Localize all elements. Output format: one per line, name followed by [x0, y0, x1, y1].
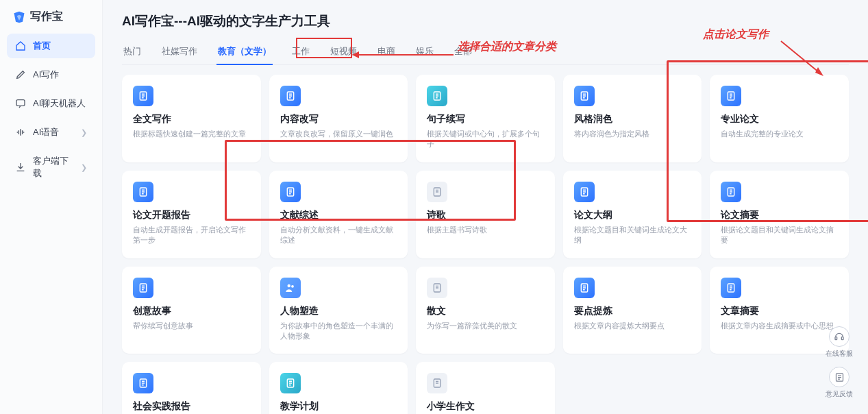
card-desc: 根据关键词或中心句，扩展多个句子 — [427, 129, 544, 150]
tab-4[interactable]: 短视频 — [329, 40, 358, 64]
card-icon — [721, 182, 741, 202]
card-icon — [427, 86, 447, 106]
tab-2[interactable]: 教育（文学） — [216, 40, 273, 64]
template-grid: 全文写作根据标题快速创建一篇完整的文章内容改写文章改良改写，保留原义一键润色句子… — [122, 75, 849, 414]
pen-icon — [15, 69, 26, 80]
card-icon — [427, 373, 447, 393]
card-title: 句子续写 — [427, 113, 544, 125]
tab-5[interactable]: 电商 — [376, 40, 397, 64]
card-desc: 为你写一篇辞藻优美的散文 — [427, 321, 544, 331]
card-icon — [280, 373, 301, 393]
card-desc: 自动生成开题报告，开启论文写作第一步 — [133, 225, 250, 246]
template-card[interactable]: 社会实践报告根据实践内容生成一篇实践报告 — [122, 362, 261, 414]
nav-item-voice[interactable]: AI语音❯ — [7, 120, 95, 145]
tab-3[interactable]: 工作 — [290, 40, 311, 64]
nav: 首页AI写作AI聊天机器人AI语音❯客户端下载❯ — [7, 34, 95, 186]
card-title: 论文开题报告 — [133, 209, 250, 221]
card-title: 教学计划 — [280, 400, 397, 413]
template-card[interactable]: 全文写作根据标题快速创建一篇完整的文章 — [122, 75, 261, 162]
card-title: 专业论文 — [721, 113, 838, 125]
card-icon — [427, 182, 447, 202]
headset-icon — [829, 326, 850, 347]
template-card[interactable]: 教学计划根据课程内容快速生成千字教案 — [269, 362, 408, 414]
svg-rect-0 — [16, 100, 25, 106]
main: AI写作宝---AI驱动的文字生产力工具 热门社媒写作教育（文学）工作短视频电商… — [103, 0, 868, 414]
card-desc: 根据文章内容提炼大纲要点 — [574, 321, 691, 331]
card-icon — [721, 278, 741, 298]
card-title: 创意故事 — [133, 305, 250, 317]
nav-item-label: 首页 — [33, 40, 51, 52]
category-tabs: 热门社媒写作教育（文学）工作短视频电商娱乐全部 — [122, 40, 849, 65]
card-icon — [574, 182, 595, 202]
card-title: 社会实践报告 — [133, 400, 250, 413]
template-card[interactable]: 论文开题报告自动生成开题报告，开启论文写作第一步 — [122, 171, 261, 258]
card-desc: 为你故事中的角色塑造一个丰满的人物形象 — [280, 321, 397, 342]
card-title: 内容改写 — [280, 113, 397, 125]
card-icon — [280, 86, 301, 106]
card-title: 全文写作 — [133, 113, 250, 125]
card-title: 要点提炼 — [574, 305, 691, 317]
chevron-right-icon: ❯ — [81, 128, 87, 137]
template-card[interactable]: 文献综述自动分析文献资料，一键生成文献综述 — [269, 171, 408, 258]
template-card[interactable]: 创意故事帮你续写创意故事 — [122, 267, 261, 354]
chat-icon — [15, 98, 26, 109]
nav-item-home[interactable]: 首页 — [7, 34, 95, 58]
template-card[interactable]: 风格润色将内容润色为指定风格 — [563, 75, 702, 162]
nav-item-pen[interactable]: AI写作 — [7, 62, 95, 87]
logo-text: 写作宝 — [30, 10, 63, 24]
card-desc: 根据论文题目和关键词生成论文摘要 — [721, 225, 838, 246]
voice-icon — [15, 127, 26, 138]
tab-6[interactable]: 娱乐 — [414, 40, 435, 64]
home-icon — [15, 40, 26, 51]
template-card[interactable]: 人物塑造为你故事中的角色塑造一个丰满的人物形象 — [269, 267, 408, 354]
card-title: 诗歌 — [427, 209, 544, 221]
card-title: 文献综述 — [280, 209, 397, 221]
page-title: AI写作宝---AI驱动的文字生产力工具 — [122, 12, 849, 30]
chevron-right-icon: ❯ — [81, 163, 87, 172]
feedback-button[interactable]: 意见反馈 — [826, 367, 853, 399]
card-desc: 根据文章内容生成摘要或中心思想 — [721, 321, 838, 331]
svg-point-16 — [287, 284, 290, 287]
template-card[interactable]: 句子续写根据关键词或中心句，扩展多个句子 — [416, 75, 555, 162]
card-title: 散文 — [427, 305, 544, 317]
online-service-button[interactable]: 在线客服 — [826, 326, 853, 358]
card-icon — [574, 86, 595, 106]
tab-0[interactable]: 热门 — [122, 40, 142, 64]
nav-item-label: AI语音 — [33, 126, 59, 138]
nav-item-label: 客户端下载 — [33, 155, 74, 180]
card-icon — [574, 278, 595, 298]
card-icon — [133, 278, 153, 298]
card-title: 小学生作文 — [427, 400, 544, 413]
template-card[interactable]: 论文大纲根据论文题目和关键词生成论文大纲 — [563, 171, 702, 258]
tab-7[interactable]: 全部 — [453, 40, 473, 64]
card-title: 论文摘要 — [721, 209, 838, 221]
card-title: 风格润色 — [574, 113, 691, 125]
feedback-icon — [829, 367, 850, 387]
card-desc: 根据主题书写诗歌 — [427, 225, 544, 235]
logo: 写作宝 — [7, 10, 95, 34]
svg-rect-25 — [841, 337, 843, 340]
template-card[interactable]: 要点提炼根据文章内容提炼大纲要点 — [563, 267, 702, 354]
card-desc: 根据论文题目和关键词生成论文大纲 — [574, 225, 691, 246]
nav-item-chat[interactable]: AI聊天机器人 — [7, 91, 95, 116]
template-card[interactable]: 专业论文自动生成完整的专业论文 — [710, 75, 849, 162]
card-title: 文章摘要 — [721, 305, 838, 317]
template-card[interactable]: 散文为你写一篇辞藻优美的散文 — [416, 267, 555, 354]
template-card[interactable]: 小学生作文为中小学生作文题目提供优秀范文 — [416, 362, 555, 414]
card-icon — [427, 278, 447, 298]
tab-1[interactable]: 社媒写作 — [160, 40, 199, 64]
svg-rect-24 — [835, 337, 837, 340]
card-icon — [133, 373, 153, 393]
nav-item-label: AI写作 — [33, 69, 59, 81]
card-desc: 自动生成完整的专业论文 — [721, 129, 838, 139]
template-card[interactable]: 论文摘要根据论文题目和关键词生成论文摘要 — [710, 171, 849, 258]
card-icon — [133, 182, 153, 202]
template-card[interactable]: 诗歌根据主题书写诗歌 — [416, 171, 555, 258]
card-desc: 帮你续写创意故事 — [133, 321, 250, 331]
card-desc: 自动分析文献资料，一键生成文献综述 — [280, 225, 397, 246]
card-title: 论文大纲 — [574, 209, 691, 221]
card-icon — [721, 86, 741, 106]
download-icon — [15, 162, 26, 173]
template-card[interactable]: 内容改写文章改良改写，保留原义一键润色 — [269, 75, 408, 162]
nav-item-download[interactable]: 客户端下载❯ — [7, 149, 95, 186]
